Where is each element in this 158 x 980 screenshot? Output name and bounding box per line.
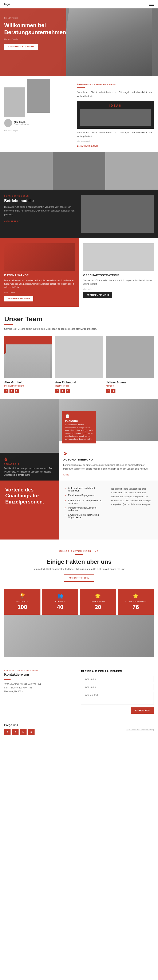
hero-section: Bild von Freepik Willkommen bei Beratung…	[0, 8, 158, 76]
change-img-caption: Bild von Freepik	[4, 128, 74, 132]
footer-contact-col: ERFAHREN SIE SIE ERFAHREN Kontaktiere un…	[4, 670, 77, 694]
strat-right: 📋 PLANUNG Dua aute irure dolor in repreh…	[59, 399, 158, 480]
team-grid: Alex Grinfield Programmieren Buro f t ▶ …	[4, 336, 154, 393]
check-icon-3: ✓	[64, 500, 66, 503]
check-item-2: ✓ Emotionales Engagement	[64, 494, 106, 497]
change-link[interactable]: erfahren sie mehr	[77, 145, 99, 147]
betrieb-person-img	[81, 195, 154, 233]
team-photo-1-person	[6, 344, 50, 378]
navbar: logo	[0, 0, 158, 8]
social-tw-1[interactable]: t	[10, 389, 14, 393]
check-text-3: Sicherer Ort, um Perspektiven zu gewinne…	[68, 499, 106, 504]
footer-newsletter-title: BLEIBE AUF DEM LAUFENDEN	[81, 670, 154, 673]
betrieb-right-img	[81, 195, 154, 233]
footer-privacy-text[interactable]: © 2020 Datenschutzerklärung	[126, 729, 154, 731]
check-item-4: ✓ Persönlichkeitsbewusstsein aufbauen	[64, 506, 106, 511]
social-tw-2[interactable]: t	[61, 389, 65, 393]
change-text-2: Sample text. Click to select the text bo…	[77, 131, 154, 138]
hamburger-line-3	[149, 5, 154, 6]
hero-cta-button[interactable]: Erfahren sie mehr	[4, 44, 38, 50]
auto-link[interactable]: Aktiv	[63, 474, 69, 476]
stats-grid: 🏆 PROJEKTE 100 👥 CLIENTS 40 🌟 UNSER TEAM…	[4, 589, 154, 615]
social-yt-1[interactable]: ▶	[15, 389, 19, 393]
footer-yt-icon[interactable]: ▶	[20, 729, 27, 735]
strat-text: Sed blandit libero volutpat sed cras orn…	[4, 467, 55, 477]
check-text-4: Persönlichkeitsbewusstsein aufbauen	[68, 506, 106, 511]
betrieb-title: Betriebsmodelle	[4, 199, 77, 203]
strat-label: STRATEGIE	[4, 463, 55, 466]
auto-area: ⚙ AUTOMATISIERUNG Lorem ipsum dolor sit …	[59, 445, 158, 480]
social-yt-2[interactable]: ▶	[66, 389, 70, 393]
change-text-1: Sample text. Click to select the text bo…	[77, 91, 154, 98]
geschaeft-button[interactable]: erfahren sie mehr	[83, 293, 112, 298]
team-name-2: Ann Richmond	[55, 381, 103, 384]
datenanalyse-col: DATENANALYSE Dua aute irure dolor in rep…	[0, 238, 79, 307]
footer-follow-row: Folge uns f t ▶ ◉ © 2020 Datenschutzerkl…	[4, 719, 154, 735]
daten-photo-inner	[4, 243, 75, 271]
daten-photo	[4, 243, 75, 271]
stat-label-3: UNSER TEAM	[82, 600, 114, 603]
check-icon-5: ✓	[64, 514, 66, 517]
team-photo-1	[4, 336, 52, 378]
check-item-3: ✓ Sicherer Ort, um Perspektiven zu gewin…	[64, 499, 106, 504]
footer-tw-icon[interactable]: t	[12, 729, 19, 735]
footer-bar	[4, 679, 11, 679]
check-icon-2: ✓	[64, 494, 66, 497]
team-title: Unser Team	[4, 315, 154, 323]
fakten-title: Einige Fakten über uns	[4, 558, 154, 565]
stat-card-3: 🌟 UNSER TEAM 20	[80, 589, 116, 615]
change-caption2: Bild von Freepik	[77, 140, 154, 142]
social-fb-3[interactable]: f	[106, 389, 110, 393]
two-col-section: DATENANALYSE Dua aute irure dolor in rep…	[0, 238, 158, 307]
daten-button[interactable]: erfahren sie mehr	[4, 296, 33, 301]
social-fb-1[interactable]: f	[4, 389, 8, 393]
social-fb-2[interactable]: f	[55, 389, 59, 393]
team-photo-2	[55, 336, 103, 378]
stat-label-1: PROJEKTE	[6, 600, 38, 603]
check-text-1: Ziele festlegen und darauf hinarbeiten	[68, 487, 106, 492]
hero-person-photo	[60, 8, 152, 76]
stat-number-1: 100	[6, 604, 38, 611]
hamburger-line-1	[149, 3, 154, 3]
ideas-label: IDEAS	[80, 104, 151, 107]
betrieb-link[interactable]: Aktiv Freepik	[4, 220, 20, 223]
footer-email-input[interactable]	[81, 684, 154, 690]
vorteile-checklist: ✓ Ziele festlegen und darauf hinarbeiten…	[64, 487, 106, 533]
auto-icon: ⚙	[63, 451, 154, 456]
footer-contact-title: Kontaktiere uns	[4, 673, 77, 676]
stat-number-4: 76	[120, 604, 152, 611]
stat-label-4: AUSZEICHNUNGEN	[120, 600, 152, 603]
change-person-img	[4, 119, 12, 127]
stat-card-2: 👥 CLIENTS 40	[42, 589, 78, 615]
hero-tag: Bild von Freepik	[4, 17, 61, 19]
team-card-2: Ann Richmond kreative Fehler f t ▶	[55, 336, 103, 393]
vorteile-left: Vorteile des Coachings für Einzelpersone…	[0, 480, 59, 539]
team-section: Unser Team Sample text. Click to select …	[0, 307, 158, 399]
stat-icon-4: ⭐	[120, 593, 152, 599]
change-person-name: Max Smith	[14, 121, 29, 123]
footer-fb-icon[interactable]: f	[4, 729, 11, 735]
footer-submit-button[interactable]: EINREICHEN	[131, 707, 154, 714]
hamburger-line-2	[149, 4, 154, 5]
hamburger-button[interactable]	[149, 3, 154, 6]
fakten-button[interactable]: MEHR ERFAHREN	[64, 574, 94, 582]
team-subtitle: Sample text. Click to select the text bo…	[4, 328, 154, 330]
team-card-3: Jeffrey Brown Manager f t	[106, 336, 154, 393]
fakten-label-text: Einige Fakten über uns	[59, 550, 99, 552]
vorteile-extra-text: sed blandit libero volutpat sed cras orn…	[110, 487, 153, 533]
team-role-2: kreative Fehler	[55, 385, 103, 387]
stat-card-4: ⭐ AUSZEICHNUNGEN 76	[118, 589, 154, 615]
ideas-box: IDEAS	[77, 101, 154, 129]
social-tw-3[interactable]: t	[111, 389, 115, 393]
change-section: Max Smith Creative Leader Bild von Freep…	[0, 76, 158, 152]
footer-ig-icon[interactable]: ◉	[28, 729, 35, 735]
auto-title: AUTOMATISIERUNG	[63, 458, 154, 461]
footer-name-input[interactable]	[81, 676, 154, 682]
footer-follow-title: Folge uns	[4, 724, 35, 727]
footer-message-input[interactable]	[81, 692, 154, 705]
planning-label: PLANUNG	[65, 420, 93, 422]
daten-text: Dua aute irure dolor in reprehenderit in…	[4, 279, 75, 289]
betrieb-photo-2	[53, 152, 105, 189]
betrieb-label: BETRIEBSMODELLE	[4, 195, 77, 197]
nav-logo: logo	[4, 3, 10, 6]
